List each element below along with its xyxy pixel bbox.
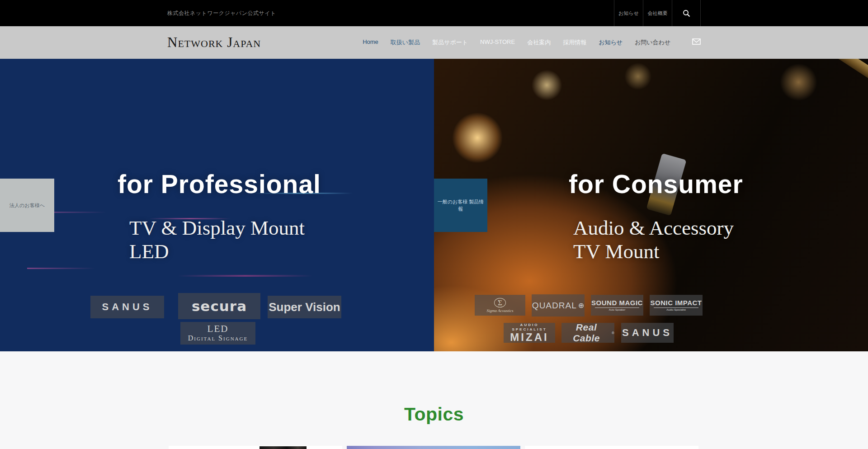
- topic-card-thumbnail: [347, 446, 520, 449]
- hero-professional-text: for Professional TV & Display Mount LED: [118, 169, 321, 263]
- topics-card-list: [169, 446, 698, 449]
- site-logo[interactable]: Network Japan: [167, 34, 261, 51]
- hero-consumer-heading: for Consumer: [569, 169, 743, 199]
- brand-logo-sonic-impact: SONIC IMPACT Audio Specialist: [650, 295, 703, 316]
- brand-logo-mizai: AUDIO SPECIALIST MIZAI: [504, 323, 555, 343]
- topic-card[interactable]: [347, 446, 520, 449]
- hero-section: for Professional TV & Display Mount LED …: [0, 59, 868, 351]
- cta-professional-button[interactable]: 法人のお客様へ: [0, 179, 54, 232]
- topics-heading: Topics: [0, 351, 868, 425]
- light-streak: [27, 268, 95, 269]
- brand-logo-super-vision: Super Vision: [268, 296, 341, 318]
- brand-logo-quadral: QUADRAL ⊕: [532, 294, 585, 317]
- main-navbar: Network Japan Home 取扱い製品 製品サポート NWJ-STOR…: [0, 26, 868, 59]
- light-streak: [177, 275, 313, 277]
- brand-logo-sanus: SANUS: [90, 296, 164, 318]
- hero-consumer-text: for Consumer Audio & Accessory TV Mount: [569, 169, 743, 263]
- hero-consumer-image: for Consumer Audio & Accessory TV Mount …: [434, 59, 868, 351]
- cta-consumer-button[interactable]: 一般のお客様 製品情報: [434, 179, 487, 232]
- main-menu: Home 取扱い製品 製品サポート NWJ-STORE 会社案内 採用情報 お知…: [363, 38, 670, 47]
- brand-logo-led-digital-signage: LED Digital Signage: [180, 322, 255, 345]
- top-bar: 株式会社ネットワークジャパン公式サイト お知らせ 会社概要: [0, 0, 868, 26]
- hero-professional-heading: for Professional: [118, 169, 321, 199]
- nav-item-recruit[interactable]: 採用情報: [563, 38, 586, 47]
- nav-item-company[interactable]: 会社案内: [527, 38, 551, 47]
- nav-item-contact[interactable]: お問い合わせ: [635, 38, 670, 47]
- topic-card-thumbnail: [259, 446, 307, 449]
- nav-item-news[interactable]: お知らせ: [599, 38, 623, 47]
- hero-professional-image: for Professional TV & Display Mount LED …: [0, 59, 434, 351]
- brand-logo-real-cable: Real Cable ®: [561, 323, 614, 343]
- nav-item-nwj-store[interactable]: NWJ-STORE: [480, 38, 515, 47]
- topics-section: Topics: [0, 351, 868, 449]
- search-button[interactable]: [672, 0, 701, 26]
- hero-consumer-subtext: Audio & Accessory TV Mount: [569, 216, 743, 263]
- nav-item-products[interactable]: 取扱い製品: [391, 38, 420, 47]
- turntable-tonearm: [706, 59, 868, 86]
- nav-item-support[interactable]: 製品サポート: [432, 38, 468, 47]
- nav-item-home[interactable]: Home: [363, 38, 378, 47]
- topic-card[interactable]: [169, 446, 342, 449]
- brand-logo-sound-magic: SOUND MAGIC Auto Speaker: [591, 295, 643, 316]
- mail-icon: [692, 38, 701, 47]
- hero-professional-subtext: TV & Display Mount LED: [118, 216, 321, 263]
- site-tagline: 株式会社ネットワークジャパン公式サイト: [167, 9, 276, 17]
- topbar-menu: お知らせ 会社概要: [614, 0, 701, 26]
- brand-logo-sigma-acoustics: Σ Sigma Acoustics: [475, 295, 525, 316]
- brand-logo-secura: secura: [178, 293, 260, 319]
- topbar-menu-item-news[interactable]: お知らせ: [614, 0, 643, 26]
- brand-logo-sanus-consumer: SANUS: [621, 323, 674, 343]
- topbar-menu-item-company[interactable]: 会社概要: [643, 0, 672, 26]
- contact-mail-button[interactable]: [692, 38, 701, 47]
- circled-plus-icon: ⊕: [578, 301, 584, 310]
- topic-card[interactable]: [525, 446, 698, 449]
- search-icon: [683, 9, 690, 17]
